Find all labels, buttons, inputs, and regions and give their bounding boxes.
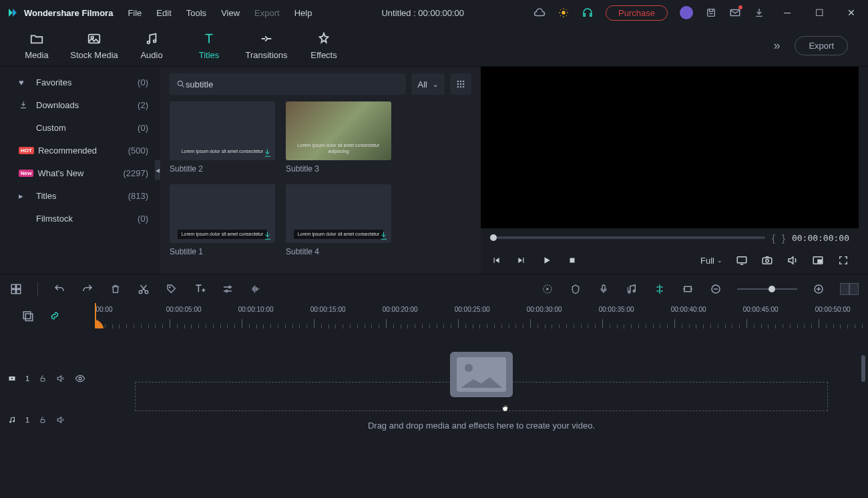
mark-in-button[interactable]: { (772, 232, 775, 244)
time-ruler[interactable]: 00:0000:00:05:0000:00:10:0000:00:15:0000… (95, 303, 868, 328)
mute-icon[interactable] (787, 254, 799, 266)
search-input[interactable] (186, 79, 399, 89)
stop-button[interactable] (566, 254, 578, 266)
cloud-icon[interactable] (533, 7, 546, 19)
tab-audio[interactable]: Audio (123, 31, 180, 60)
render-button[interactable] (541, 282, 554, 296)
add-text-button[interactable] (193, 282, 206, 296)
mail-icon[interactable] (729, 7, 741, 19)
layout-icon[interactable] (9, 282, 23, 296)
collapse-sidebar-button[interactable]: ◀ (155, 160, 160, 180)
sidebar-item-custom[interactable]: Custom (0) (0, 116, 160, 139)
tab-media[interactable]: Media (8, 31, 65, 60)
menu-tools[interactable]: Tools (186, 8, 206, 18)
thumbs-grid: Lorem ipsum dolor sit amet consectetur S… (170, 101, 471, 256)
headset-icon[interactable] (582, 7, 594, 19)
playhead[interactable] (95, 303, 96, 328)
sidebar-item-filmstock[interactable]: Filmstock (0) (0, 207, 160, 230)
tracks-canvas[interactable]: Drag and drop media and effects here to … (95, 328, 868, 498)
prev-frame-button[interactable] (490, 254, 502, 266)
grid-view-toggle[interactable] (450, 73, 471, 95)
preview-panel: { } 00:00:00:00 Full⌄ (481, 67, 859, 274)
video-track-icon (8, 375, 16, 383)
effects-icon (316, 31, 331, 46)
audio-icon[interactable] (56, 374, 65, 383)
timeline-ruler: 00:0000:00:05:0000:00:10:0000:00:15:0000… (0, 303, 868, 328)
caret-right-icon: ▸ (19, 190, 29, 201)
save-icon[interactable] (705, 7, 717, 19)
sidebar-item-whats-new[interactable]: New What's New (2297) (0, 162, 160, 184)
redo-button[interactable] (81, 282, 94, 296)
delete-button[interactable] (109, 282, 122, 296)
sidebar-item-recommended[interactable]: HOT Recommended (500) (0, 139, 160, 162)
sidebar-item-titles[interactable]: ▸ Titles (813) (0, 184, 160, 207)
vertical-scrollbar[interactable] (861, 355, 865, 382)
cut-button[interactable] (137, 282, 150, 296)
sidebar-item-favorites[interactable]: ♥ Favorites (0) (0, 71, 160, 93)
svg-rect-46 (41, 420, 45, 423)
display-settings-icon[interactable] (736, 254, 748, 266)
lightbulb-icon[interactable] (558, 7, 570, 19)
lock-icon[interactable] (39, 416, 47, 424)
track-manager-button[interactable] (21, 309, 35, 322)
svg-rect-19 (763, 258, 772, 264)
pip-icon[interactable] (812, 254, 824, 266)
quality-dropdown[interactable]: Full⌄ (700, 256, 722, 266)
thumb-subtitle-1[interactable]: Lorem ipsum dolor sit amet consectetur S… (170, 184, 275, 256)
audio-mixer-button[interactable] (625, 282, 638, 296)
purchase-button[interactable]: Purchase (606, 5, 668, 21)
tab-effects[interactable]: Effects (295, 31, 353, 60)
preview-scrubber[interactable] (490, 236, 765, 239)
audio-wave-button[interactable] (249, 282, 262, 296)
sidebar-item-downloads[interactable]: Downloads (2) (0, 93, 160, 116)
next-frame-button[interactable] (515, 254, 527, 266)
tab-transitions[interactable]: Transitions (238, 31, 295, 60)
menu-view[interactable]: View (221, 8, 240, 18)
snapshot-icon[interactable] (761, 254, 773, 266)
tab-stock-media[interactable]: Stock Media (65, 31, 123, 60)
menu-export: Export (254, 8, 280, 18)
video-track-header[interactable]: 1 (0, 367, 95, 390)
minimize-button[interactable]: ─ (777, 7, 797, 18)
tabs-overflow-button[interactable]: » (773, 39, 780, 53)
menu-help[interactable]: Help (294, 8, 312, 18)
app-name: Wondershare Filmora (24, 8, 113, 18)
preview-viewport[interactable] (481, 67, 859, 228)
zoom-in-button[interactable] (812, 282, 825, 296)
lock-icon[interactable] (39, 375, 47, 383)
search-icon (176, 79, 186, 89)
thumb-subtitle-3[interactable]: Lorem ipsum dolor sit amet consectetur a… (286, 101, 391, 174)
zoom-slider[interactable] (737, 288, 797, 290)
download-icon[interactable] (753, 7, 765, 19)
dual-view-toggle[interactable] (840, 283, 859, 295)
maximize-button[interactable]: ☐ (809, 7, 829, 18)
search-box[interactable] (170, 73, 406, 95)
audio-track-header[interactable]: 1 (0, 409, 95, 431)
link-toggle[interactable] (48, 309, 61, 322)
menu-edit[interactable]: Edit (156, 8, 171, 18)
tag-button[interactable] (165, 282, 178, 296)
thumb-subtitle-4[interactable]: Lorem ipsum dolor sit amet consectetur S… (286, 184, 391, 256)
fullscreen-icon[interactable] (837, 254, 849, 266)
tab-titles[interactable]: Titles (180, 31, 238, 60)
zoom-out-button[interactable] (709, 282, 722, 296)
audio-icon[interactable] (56, 415, 65, 425)
visibility-icon[interactable] (75, 373, 85, 384)
play-button[interactable] (541, 254, 553, 266)
export-button[interactable]: Export (795, 36, 848, 55)
crop-button[interactable] (681, 282, 694, 296)
filter-dropdown[interactable]: All ⌄ (411, 73, 445, 95)
thumb-subtitle-2[interactable]: Lorem ipsum dolor sit amet consectetur S… (170, 101, 275, 174)
timeline-toolbar (0, 274, 868, 303)
menu-file[interactable]: File (128, 8, 142, 18)
adjust-button[interactable] (221, 282, 234, 296)
avatar[interactable] (680, 6, 693, 19)
split-button[interactable] (653, 282, 666, 296)
drop-zone[interactable]: Drag and drop media and effects here to … (135, 382, 828, 431)
svg-rect-11 (457, 83, 459, 85)
voiceover-button[interactable] (597, 282, 610, 296)
close-button[interactable]: ✕ (841, 7, 861, 18)
undo-button[interactable] (53, 282, 66, 296)
mark-out-button[interactable]: } (782, 232, 785, 244)
marker-button[interactable] (569, 282, 582, 296)
